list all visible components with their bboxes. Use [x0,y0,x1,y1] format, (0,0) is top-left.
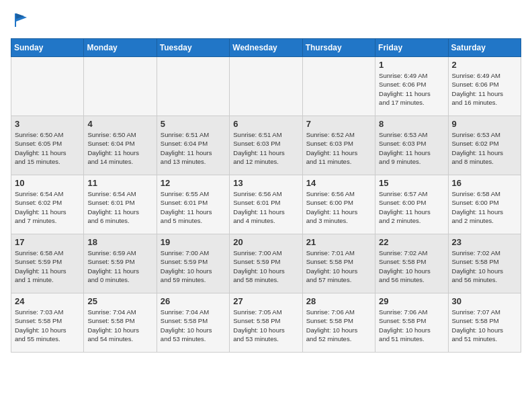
calendar-cell: 3Sunrise: 6:50 AM Sunset: 6:05 PM Daylig… [11,116,84,175]
weekday-header-monday: Monday [84,39,157,57]
day-number: 20 [233,237,298,247]
day-info: Sunrise: 7:04 AM Sunset: 5:58 PM Dayligh… [87,308,152,343]
day-info: Sunrise: 6:51 AM Sunset: 6:04 PM Dayligh… [161,130,226,166]
day-info: Sunrise: 6:57 AM Sunset: 6:00 PM Dayligh… [379,189,444,225]
day-info: Sunrise: 6:49 AM Sunset: 6:06 PM Dayligh… [452,71,517,107]
day-number: 1 [379,60,444,70]
calendar-cell: 9Sunrise: 6:53 AM Sunset: 6:02 PM Daylig… [448,116,521,175]
calendar-cell: 10Sunrise: 6:54 AM Sunset: 6:02 PM Dayli… [11,175,84,234]
day-number: 4 [87,119,152,129]
weekday-header-sunday: Sunday [11,39,84,57]
calendar-cell: 8Sunrise: 6:53 AM Sunset: 6:03 PM Daylig… [375,116,448,175]
day-info: Sunrise: 6:53 AM Sunset: 6:02 PM Dayligh… [452,130,517,166]
weekday-header-friday: Friday [375,39,448,57]
calendar-cell: 11Sunrise: 6:54 AM Sunset: 6:01 PM Dayli… [84,175,157,234]
calendar-cell: 12Sunrise: 6:55 AM Sunset: 6:01 PM Dayli… [157,175,229,234]
calendar-cell: 14Sunrise: 6:56 AM Sunset: 6:00 PM Dayli… [302,175,375,234]
day-info: Sunrise: 6:51 AM Sunset: 6:03 PM Dayligh… [233,130,298,166]
day-info: Sunrise: 7:03 AM Sunset: 5:58 PM Dayligh… [15,308,80,343]
day-number: 26 [161,296,226,306]
weekday-header-saturday: Saturday [448,39,521,57]
day-info: Sunrise: 7:02 AM Sunset: 5:58 PM Dayligh… [379,248,444,284]
weekday-header-wednesday: Wednesday [230,39,302,57]
day-info: Sunrise: 7:01 AM Sunset: 5:58 PM Dayligh… [306,248,371,284]
day-number: 21 [306,237,371,247]
calendar-week-row: 10Sunrise: 6:54 AM Sunset: 6:02 PM Dayli… [11,175,521,234]
calendar-cell: 18Sunrise: 6:59 AM Sunset: 5:59 PM Dayli… [84,234,157,293]
calendar-cell: 28Sunrise: 7:06 AM Sunset: 5:58 PM Dayli… [302,293,375,353]
day-number: 30 [452,296,517,306]
day-info: Sunrise: 6:49 AM Sunset: 6:06 PM Dayligh… [379,71,444,107]
weekday-header-tuesday: Tuesday [157,39,229,57]
day-info: Sunrise: 6:56 AM Sunset: 6:00 PM Dayligh… [306,189,371,225]
day-number: 15 [379,178,444,188]
calendar-cell: 15Sunrise: 6:57 AM Sunset: 6:00 PM Dayli… [375,175,448,234]
day-info: Sunrise: 6:52 AM Sunset: 6:03 PM Dayligh… [306,130,371,166]
day-number: 19 [161,237,226,247]
day-number: 29 [379,296,444,306]
calendar-cell [230,57,302,116]
day-info: Sunrise: 7:00 AM Sunset: 5:59 PM Dayligh… [233,248,298,284]
calendar-cell: 22Sunrise: 7:02 AM Sunset: 5:58 PM Dayli… [375,234,448,293]
day-info: Sunrise: 6:58 AM Sunset: 6:00 PM Dayligh… [452,189,517,225]
day-info: Sunrise: 7:05 AM Sunset: 5:58 PM Dayligh… [233,308,298,343]
day-number: 22 [379,237,444,247]
calendar-cell [84,57,157,116]
logo [11,11,31,33]
day-number: 24 [15,296,80,306]
calendar-cell: 6Sunrise: 6:51 AM Sunset: 6:03 PM Daylig… [230,116,302,175]
day-number: 16 [452,178,517,188]
day-number: 12 [161,178,226,188]
calendar-week-row: 1Sunrise: 6:49 AM Sunset: 6:06 PM Daylig… [11,57,521,116]
day-number: 8 [379,119,444,129]
day-info: Sunrise: 6:55 AM Sunset: 6:01 PM Dayligh… [161,189,226,225]
day-info: Sunrise: 7:00 AM Sunset: 5:59 PM Dayligh… [161,248,226,284]
calendar-cell: 21Sunrise: 7:01 AM Sunset: 5:58 PM Dayli… [302,234,375,293]
calendar-cell: 16Sunrise: 6:58 AM Sunset: 6:00 PM Dayli… [448,175,521,234]
calendar-body: 1Sunrise: 6:49 AM Sunset: 6:06 PM Daylig… [11,57,521,353]
calendar-cell: 5Sunrise: 6:51 AM Sunset: 6:04 PM Daylig… [157,116,229,175]
calendar-cell: 24Sunrise: 7:03 AM Sunset: 5:58 PM Dayli… [11,293,84,353]
day-number: 7 [306,119,371,129]
day-info: Sunrise: 6:50 AM Sunset: 6:05 PM Dayligh… [15,130,80,166]
calendar-cell: 23Sunrise: 7:02 AM Sunset: 5:58 PM Dayli… [448,234,521,293]
day-number: 2 [452,60,517,70]
day-info: Sunrise: 7:06 AM Sunset: 5:58 PM Dayligh… [306,308,371,343]
day-number: 10 [15,178,80,188]
calendar-cell: 26Sunrise: 7:04 AM Sunset: 5:58 PM Dayli… [157,293,229,353]
logo-flag-icon [12,11,31,30]
weekday-header-row: SundayMondayTuesdayWednesdayThursdayFrid… [11,39,521,57]
day-number: 23 [452,237,517,247]
calendar-cell: 29Sunrise: 7:06 AM Sunset: 5:58 PM Dayli… [375,293,448,353]
calendar-cell: 25Sunrise: 7:04 AM Sunset: 5:58 PM Dayli… [84,293,157,353]
day-number: 9 [452,119,517,129]
calendar-cell: 17Sunrise: 6:58 AM Sunset: 5:59 PM Dayli… [11,234,84,293]
calendar-week-row: 24Sunrise: 7:03 AM Sunset: 5:58 PM Dayli… [11,293,521,353]
weekday-header-thursday: Thursday [302,39,375,57]
day-info: Sunrise: 6:59 AM Sunset: 5:59 PM Dayligh… [87,248,152,284]
day-number: 11 [87,178,152,188]
calendar-cell: 7Sunrise: 6:52 AM Sunset: 6:03 PM Daylig… [302,116,375,175]
day-number: 13 [233,178,298,188]
calendar-header: SundayMondayTuesdayWednesdayThursdayFrid… [11,39,521,57]
day-number: 3 [15,119,80,129]
calendar-cell: 30Sunrise: 7:07 AM Sunset: 5:58 PM Dayli… [448,293,521,353]
day-number: 28 [306,296,371,306]
day-number: 27 [233,296,298,306]
calendar-cell [157,57,229,116]
page-header [11,11,521,33]
day-info: Sunrise: 7:07 AM Sunset: 5:58 PM Dayligh… [452,308,517,343]
day-info: Sunrise: 7:02 AM Sunset: 5:58 PM Dayligh… [452,248,517,284]
calendar-cell: 19Sunrise: 7:00 AM Sunset: 5:59 PM Dayli… [157,234,229,293]
day-info: Sunrise: 7:04 AM Sunset: 5:58 PM Dayligh… [161,308,226,343]
day-info: Sunrise: 6:54 AM Sunset: 6:01 PM Dayligh… [87,189,152,225]
calendar-cell: 20Sunrise: 7:00 AM Sunset: 5:59 PM Dayli… [230,234,302,293]
day-number: 25 [87,296,152,306]
day-info: Sunrise: 6:56 AM Sunset: 6:01 PM Dayligh… [233,189,298,225]
calendar-cell: 4Sunrise: 6:50 AM Sunset: 6:04 PM Daylig… [84,116,157,175]
calendar-cell: 2Sunrise: 6:49 AM Sunset: 6:06 PM Daylig… [448,57,521,116]
calendar-cell [11,57,84,116]
calendar-cell: 1Sunrise: 6:49 AM Sunset: 6:06 PM Daylig… [375,57,448,116]
day-number: 17 [15,237,80,247]
calendar-cell [302,57,375,116]
